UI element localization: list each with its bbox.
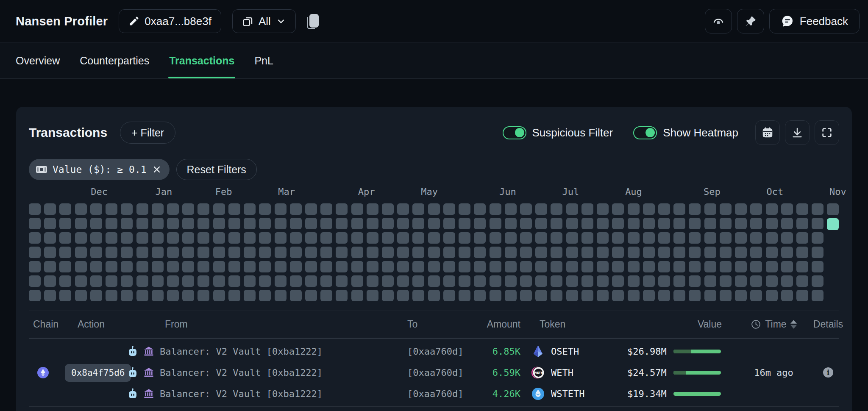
heatmap-cell[interactable] xyxy=(689,203,701,215)
heatmap-cell[interactable] xyxy=(29,247,41,258)
heatmap-cell[interactable] xyxy=(658,203,670,215)
heatmap-cell[interactable] xyxy=(535,232,547,244)
heatmap-cell[interactable] xyxy=(490,261,501,272)
heatmap-cell[interactable] xyxy=(673,290,685,301)
heatmap-cell[interactable] xyxy=(551,218,562,229)
heatmap-cell[interactable] xyxy=(136,232,148,244)
heatmap-cell[interactable] xyxy=(443,218,455,229)
pin-button[interactable] xyxy=(737,9,764,33)
heatmap-cell[interactable] xyxy=(428,290,440,301)
heatmap-cell[interactable] xyxy=(121,261,133,272)
heatmap-cell[interactable] xyxy=(182,261,194,272)
heatmap-cell[interactable] xyxy=(628,261,640,272)
heatmap-cell[interactable] xyxy=(136,203,148,215)
to-entry[interactable]: [0xaa760d] xyxy=(405,363,460,382)
from-entry[interactable]: Balancer: V2 Vault [0xba1222] xyxy=(128,342,405,361)
heatmap-cell[interactable] xyxy=(566,290,578,301)
heatmap-cell[interactable] xyxy=(320,275,332,287)
heatmap-cell[interactable] xyxy=(106,247,117,258)
copy-address-button[interactable] xyxy=(306,13,320,30)
heatmap-cell[interactable] xyxy=(704,218,716,229)
heatmap-cell[interactable] xyxy=(244,218,256,229)
heatmap-cell[interactable] xyxy=(121,247,133,258)
heatmap-cell[interactable] xyxy=(275,232,287,244)
heatmap-cell[interactable] xyxy=(474,261,486,272)
heatmap-cell[interactable] xyxy=(305,290,317,301)
heatmap-cell[interactable] xyxy=(796,261,808,272)
heatmap-cell[interactable] xyxy=(305,218,317,229)
heatmap-cell[interactable] xyxy=(766,218,778,229)
heatmap-cell[interactable] xyxy=(720,261,732,272)
heatmap-cell[interactable] xyxy=(397,290,409,301)
heatmap-cell[interactable] xyxy=(412,203,424,215)
heatmap-cell[interactable] xyxy=(658,290,670,301)
heatmap-cell[interactable] xyxy=(735,275,747,287)
heatmap-cell[interactable] xyxy=(781,203,793,215)
heatmap-cell[interactable] xyxy=(781,261,793,272)
heatmap-cell[interactable] xyxy=(566,218,578,229)
heatmap-cell[interactable] xyxy=(643,232,655,244)
heatmap-cell[interactable] xyxy=(397,218,409,229)
heatmap-cell[interactable] xyxy=(290,290,302,301)
heatmap-cell[interactable] xyxy=(597,203,609,215)
heatmap-cell[interactable] xyxy=(535,247,547,258)
heatmap-cell[interactable] xyxy=(167,218,179,229)
heatmap-cell[interactable] xyxy=(351,232,363,244)
heatmap-cell[interactable] xyxy=(44,232,56,244)
add-filter-button[interactable]: + Filter xyxy=(120,122,175,144)
heatmap-cell[interactable] xyxy=(735,290,747,301)
heatmap-cell[interactable] xyxy=(136,261,148,272)
heatmap-cell[interactable] xyxy=(305,275,317,287)
heatmap-cell[interactable] xyxy=(428,232,440,244)
heatmap-cell[interactable] xyxy=(781,218,793,229)
heatmap-cell[interactable] xyxy=(106,261,117,272)
heatmap-cell[interactable] xyxy=(59,218,71,229)
heatmap-cell[interactable] xyxy=(290,275,302,287)
heatmap-cell[interactable] xyxy=(336,290,348,301)
heatmap-cell[interactable] xyxy=(428,203,440,215)
heatmap-cell[interactable] xyxy=(643,261,655,272)
heatmap-cell[interactable] xyxy=(182,232,194,244)
heatmap-cell[interactable] xyxy=(75,247,87,258)
heatmap-cell[interactable] xyxy=(812,203,823,215)
heatmap-cell[interactable] xyxy=(766,203,778,215)
heatmap-cell[interactable] xyxy=(44,290,56,301)
heatmap-cell[interactable] xyxy=(167,290,179,301)
heatmap-cell[interactable] xyxy=(581,218,593,229)
heatmap-cell[interactable] xyxy=(412,290,424,301)
heatmap-cell[interactable] xyxy=(459,261,470,272)
heatmap-cell[interactable] xyxy=(673,232,685,244)
heatmap-cell[interactable] xyxy=(704,232,716,244)
heatmap-cell[interactable] xyxy=(535,218,547,229)
heatmap-cell[interactable] xyxy=(75,261,87,272)
heatmap-cell[interactable] xyxy=(182,247,194,258)
heatmap-cell[interactable] xyxy=(367,290,378,301)
heatmap-cell[interactable] xyxy=(673,247,685,258)
heatmap-cell[interactable] xyxy=(459,232,470,244)
heatmap-cell[interactable] xyxy=(428,261,440,272)
heatmap-cell[interactable] xyxy=(106,275,117,287)
heatmap-cell[interactable] xyxy=(520,203,532,215)
heatmap-cell[interactable] xyxy=(566,261,578,272)
heatmap-cell[interactable] xyxy=(643,203,655,215)
heatmap-cell[interactable] xyxy=(658,275,670,287)
heatmap-cell[interactable] xyxy=(244,203,256,215)
heatmap-cell[interactable] xyxy=(228,290,240,301)
heatmap-cell[interactable] xyxy=(581,261,593,272)
heatmap-cell[interactable] xyxy=(397,275,409,287)
heatmap-cell[interactable] xyxy=(628,247,640,258)
heatmap-cell[interactable] xyxy=(136,290,148,301)
heatmap-cell[interactable] xyxy=(735,247,747,258)
heatmap-cell[interactable] xyxy=(581,203,593,215)
heatmap-cell[interactable] xyxy=(305,232,317,244)
heatmap-cell[interactable] xyxy=(720,290,732,301)
watch-button[interactable] xyxy=(705,9,732,33)
heatmap-cell[interactable] xyxy=(351,218,363,229)
to-entry[interactable]: [0xaa760d] xyxy=(405,342,460,361)
heatmap-cell[interactable] xyxy=(750,218,762,229)
heatmap-cell[interactable] xyxy=(367,203,378,215)
heatmap-cell[interactable] xyxy=(213,232,225,244)
heatmap-cell[interactable] xyxy=(750,261,762,272)
heatmap-cell[interactable] xyxy=(228,218,240,229)
heatmap-cell[interactable] xyxy=(182,275,194,287)
